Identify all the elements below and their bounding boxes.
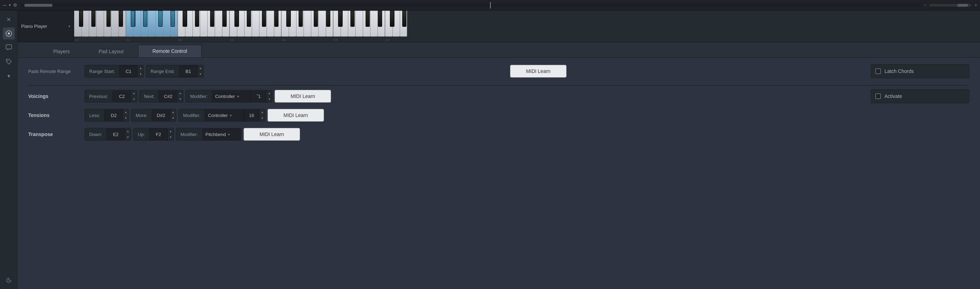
- gear-icon[interactable]: ⚙: [13, 2, 17, 8]
- right-scrollbar[interactable]: [929, 4, 972, 7]
- white-key-f4[interactable]: [304, 11, 311, 37]
- piano-player-select[interactable]: Piano Player ▾: [18, 11, 74, 41]
- white-key-a3[interactable]: [267, 11, 274, 37]
- activate-checkbox[interactable]: Activate: [871, 89, 969, 103]
- voicings-modifier-num[interactable]: ˜1: [251, 90, 267, 103]
- tensions-modifier-num[interactable]: 16: [244, 109, 259, 122]
- black-key-fs2[interactable]: [210, 11, 214, 27]
- tensions-mod-spin-up[interactable]: ▲: [259, 109, 265, 115]
- transpose-midi-learn-button[interactable]: MIDI Learn: [243, 128, 300, 141]
- transpose-down-spinners[interactable]: ▲ ▼: [125, 128, 131, 141]
- range-end-spin-down[interactable]: ▼: [198, 71, 204, 77]
- tab-players[interactable]: Players: [39, 45, 84, 57]
- white-key-a2[interactable]: [215, 11, 222, 37]
- white-key-f2[interactable]: [200, 11, 207, 37]
- voicings-modifier-select[interactable]: Controller ▾: [212, 90, 251, 103]
- transpose-up-spin-up[interactable]: ▲: [168, 128, 173, 134]
- pads-range-midi-learn-button[interactable]: MIDI Learn: [510, 65, 566, 78]
- close-sidebar-icon[interactable]: ✕: [3, 13, 15, 25]
- tensions-mod-spin-down[interactable]: ▼: [259, 115, 265, 121]
- black-key-gs5[interactable]: [378, 11, 382, 27]
- transpose-up-spinners[interactable]: ▲ ▼: [168, 128, 174, 141]
- white-key-f0[interactable]: [96, 11, 103, 37]
- voicings-previous-spinners[interactable]: ▲ ▼: [131, 90, 137, 103]
- transpose-modifier-select[interactable]: Pitchbend ▾: [203, 128, 242, 141]
- dropdown-arrow-icon[interactable]: ▾: [9, 3, 11, 7]
- white-key-a4[interactable]: [318, 11, 326, 37]
- tensions-less-value[interactable]: D2: [105, 109, 123, 122]
- black-key-ds0[interactable]: [91, 11, 95, 27]
- tensions-modifier-select[interactable]: Controller ▾: [205, 109, 244, 122]
- black-key-fs5[interactable]: [366, 11, 370, 27]
- scrollbar-thumb[interactable]: [24, 4, 52, 7]
- transpose-up-spin-down[interactable]: ▼: [168, 134, 173, 140]
- voicings-next-value[interactable]: C#2: [159, 90, 177, 103]
- range-start-spin-up[interactable]: ▲: [138, 65, 143, 71]
- voicings-mod-spin-up[interactable]: ▲: [267, 90, 272, 96]
- black-key-cs5[interactable]: [338, 11, 342, 27]
- voicings-previous-value[interactable]: C2: [113, 90, 131, 103]
- white-key-f1[interactable]: [148, 11, 156, 37]
- minus-icon[interactable]: −: [3, 2, 7, 8]
- black-key-gs2[interactable]: [223, 11, 227, 27]
- range-start-value[interactable]: C1: [119, 65, 138, 78]
- range-start-spinners[interactable]: ▲ ▼: [138, 65, 144, 78]
- black-key-gs0[interactable]: [119, 11, 123, 27]
- range-end-spinners[interactable]: ▲ ▼: [198, 65, 204, 78]
- black-key-ds5[interactable]: [350, 11, 355, 27]
- minus-right-icon[interactable]: −: [924, 2, 927, 8]
- tensions-modifier-spinners[interactable]: ▲ ▼: [259, 109, 266, 122]
- transpose-down-spin-up[interactable]: ▲: [125, 128, 131, 134]
- voicings-previous-spin-down[interactable]: ▼: [131, 96, 137, 102]
- tab-pad-layout[interactable]: Pad Layout: [84, 45, 138, 57]
- white-key-a0[interactable]: [111, 11, 118, 37]
- plus-right-icon[interactable]: +: [974, 2, 977, 8]
- black-key-gs4[interactable]: [326, 11, 330, 27]
- tensions-less-spin-up[interactable]: ▲: [123, 109, 129, 115]
- tensions-more-value[interactable]: D#2: [152, 109, 170, 122]
- black-key-cs1[interactable]: [131, 11, 135, 27]
- black-key-gs1[interactable]: [170, 11, 175, 27]
- white-key-f5[interactable]: [355, 11, 363, 37]
- chat-sidebar-icon[interactable]: [3, 41, 15, 54]
- tensions-more-spin-down[interactable]: ▼: [170, 115, 176, 121]
- tab-remote-control[interactable]: Remote Control: [138, 45, 202, 57]
- voicings-next-spinners[interactable]: ▲ ▼: [177, 90, 183, 103]
- tensions-more-spinners[interactable]: ▲ ▼: [170, 109, 176, 122]
- tag-sidebar-icon[interactable]: [3, 56, 15, 68]
- black-key-ds1[interactable]: [143, 11, 147, 27]
- scrollbar-track[interactable]: [21, 4, 920, 7]
- black-key-fs0[interactable]: [107, 11, 111, 27]
- black-key-fs4[interactable]: [314, 11, 318, 27]
- black-key-cs0[interactable]: [79, 11, 83, 27]
- voicings-previous-spin-up[interactable]: ▲: [131, 90, 137, 96]
- black-key-ds3[interactable]: [247, 11, 251, 27]
- white-key-f3[interactable]: [252, 11, 259, 37]
- black-key-ds4[interactable]: [299, 11, 303, 27]
- chevron-down-sidebar-icon[interactable]: ▾: [3, 70, 15, 82]
- black-key-fs1[interactable]: [158, 11, 162, 27]
- tensions-less-spinners[interactable]: ▲ ▼: [123, 109, 129, 122]
- tensions-more-spin-up[interactable]: ▲: [170, 109, 176, 115]
- black-key-cs6[interactable]: [390, 11, 394, 27]
- black-key-gs3[interactable]: [274, 11, 278, 27]
- voicings-next-spin-up[interactable]: ▲: [177, 90, 183, 96]
- latch-chords-checkbox[interactable]: Latch Chords: [871, 64, 969, 78]
- range-start-spin-down[interactable]: ▼: [138, 71, 143, 77]
- transpose-down-spin-down[interactable]: ▼: [125, 134, 131, 140]
- voicings-mod-spin-down[interactable]: ▼: [267, 96, 272, 102]
- transpose-down-value[interactable]: E2: [107, 128, 125, 141]
- black-key-cs4[interactable]: [286, 11, 291, 27]
- voicings-midi-learn-button[interactable]: MIDI Learn: [275, 90, 331, 103]
- black-key-cs2[interactable]: [183, 11, 187, 27]
- midi-sidebar-icon[interactable]: [3, 27, 15, 40]
- voicings-modifier-spinners[interactable]: ▲ ▼: [267, 90, 272, 103]
- tensions-midi-learn-button[interactable]: MIDI Learn: [267, 109, 324, 122]
- voicings-next-spin-down[interactable]: ▼: [177, 96, 183, 102]
- white-key-a5[interactable]: [370, 11, 377, 37]
- black-key-ds6[interactable]: [402, 11, 406, 27]
- black-key-fs3[interactable]: [262, 11, 266, 27]
- white-key-a1[interactable]: [163, 11, 170, 37]
- black-key-cs3[interactable]: [234, 11, 239, 27]
- tensions-less-spin-down[interactable]: ▼: [123, 115, 129, 121]
